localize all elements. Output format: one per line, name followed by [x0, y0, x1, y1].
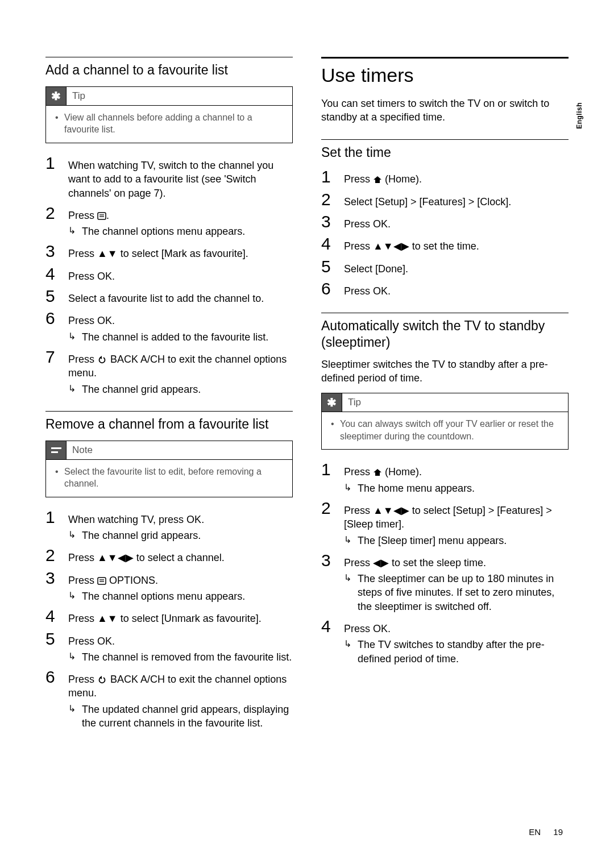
step-bold: OK [97, 636, 112, 647]
tip-label: Tip [67, 88, 91, 104]
step-text: . [201, 514, 204, 525]
step-bold: [Setup] [375, 196, 408, 207]
step-text: Press [68, 271, 97, 282]
step-text: . [401, 518, 404, 530]
step-number: 2 [321, 499, 344, 517]
step-number: 5 [45, 286, 68, 305]
step-bold: OK [97, 271, 112, 282]
timers-intro: You can set timers to switch the TV on o… [321, 97, 569, 124]
step-text: . [508, 196, 511, 207]
step-number: 3 [321, 212, 344, 231]
step-bold: Home [388, 173, 416, 185]
result-text: The TV switches to standby after the pre… [358, 638, 569, 666]
result-text: The channel options menu appears. [82, 225, 293, 238]
step-number: 5 [45, 629, 68, 648]
nav-up-down-icon: ▲▼ [97, 248, 118, 259]
step-number: 5 [321, 257, 344, 276]
step-text: Press [68, 315, 97, 326]
step-text: Press [68, 575, 97, 586]
step-bold: [Features] [420, 196, 466, 207]
result-text: The channel is added to the favourite li… [82, 330, 293, 344]
step-number: 4 [45, 607, 68, 625]
step-text: Press [68, 636, 97, 647]
svg-rect-4 [98, 578, 106, 584]
step-text: Press [344, 240, 373, 252]
right-column: Use timers You can set timers to switch … [321, 57, 569, 733]
step-number: 2 [45, 203, 68, 222]
result-text: The channel options menu appears. [82, 589, 293, 603]
result-arrow-icon: ↳ [344, 534, 358, 547]
step-text: Press [344, 173, 373, 185]
step-text: Press [68, 248, 97, 259]
step-text: to select [118, 248, 161, 259]
heading-set-time: Set the time [321, 139, 569, 161]
step-number: 6 [45, 309, 68, 327]
step-text: . [388, 218, 391, 230]
result-text: The home menu appears. [358, 481, 569, 495]
step-number: 3 [45, 242, 68, 260]
step-text: ). [416, 466, 422, 477]
step-text: When watching TV, press [68, 514, 186, 525]
step-text: Press [344, 557, 373, 568]
step-number: 6 [45, 667, 68, 686]
step-text: > [486, 505, 497, 516]
home-icon [373, 468, 382, 476]
step-text: . [112, 271, 115, 282]
step-number: 1 [321, 167, 344, 186]
step-bold: OK [97, 315, 112, 326]
step-text: ). [416, 173, 422, 185]
steps-add-favourite: 1 When watching TV, switch to the channe… [45, 153, 293, 396]
result-text: The updated channel grid appears, displa… [82, 703, 293, 730]
step-number: 6 [321, 279, 344, 298]
back-icon [97, 356, 107, 364]
step-text: Press [344, 623, 373, 634]
nav-up-down-icon: ▲▼ [97, 613, 118, 624]
step-text: > [466, 196, 478, 207]
back-icon [97, 676, 107, 684]
nav-arrows-icon: ▲▼◀▶ [373, 505, 409, 516]
step-bold: BACK A/CH [107, 674, 165, 685]
step-text: . [405, 263, 408, 275]
step-number: 1 [321, 460, 344, 479]
heading-sleeptimer: Automatically switch the TV to standby (… [321, 313, 569, 351]
result-arrow-icon: ↳ [344, 481, 358, 495]
note-label: Note [67, 442, 98, 458]
tip-text: You can always switch off your TV earlie… [340, 418, 559, 442]
result-arrow-icon: ↳ [68, 589, 82, 603]
step-number: 7 [45, 347, 68, 366]
step-bold: OPTIONS [106, 575, 155, 586]
note-box-remove: Note •Select the favourite list to edit,… [45, 441, 293, 497]
step-text: Press [68, 354, 97, 365]
step-bold: OK [373, 623, 388, 634]
step-text: Press [68, 674, 97, 685]
step-text: Press [68, 552, 97, 563]
step-bold: [Unmark as favourite] [161, 613, 259, 624]
result-arrow-icon: ↳ [68, 529, 82, 542]
tip-box-sleep: ✱ Tip •You can always switch off your TV… [321, 393, 569, 450]
heading-remove-favourite: Remove a channel from a favourite list [45, 411, 293, 433]
step-number: 2 [321, 190, 344, 209]
step-bold: OK [373, 285, 388, 297]
options-icon [97, 212, 106, 220]
step-number: 3 [45, 568, 68, 587]
step-text: Press [344, 218, 373, 230]
left-column: Add a channel to a favourite list ✱ Tip … [45, 57, 293, 733]
step-bold: [Setup] [453, 505, 486, 516]
tip-label: Tip [342, 394, 367, 410]
result-arrow-icon: ↳ [68, 703, 82, 730]
step-text: Select a favourite list to add the chann… [68, 293, 264, 304]
step-bold: OK [186, 514, 201, 525]
tip-icon: ✱ [46, 87, 67, 105]
result-arrow-icon: ↳ [68, 330, 82, 344]
step-text: . [155, 575, 158, 586]
step-number: 4 [45, 264, 68, 283]
step-text: to set the sleep time. [389, 557, 486, 568]
step-number: 4 [321, 234, 344, 253]
nav-left-right-icon: ◀▶ [373, 557, 389, 568]
step-number: 4 [321, 617, 344, 636]
step-text: to select a channel. [134, 552, 225, 563]
tip-text: View all channels before adding a channe… [64, 111, 283, 136]
result-arrow-icon: ↳ [68, 650, 82, 664]
step-bold: [Features] [497, 505, 543, 516]
sleeptimer-intro: Sleeptimer switches the TV to standby af… [321, 358, 569, 385]
